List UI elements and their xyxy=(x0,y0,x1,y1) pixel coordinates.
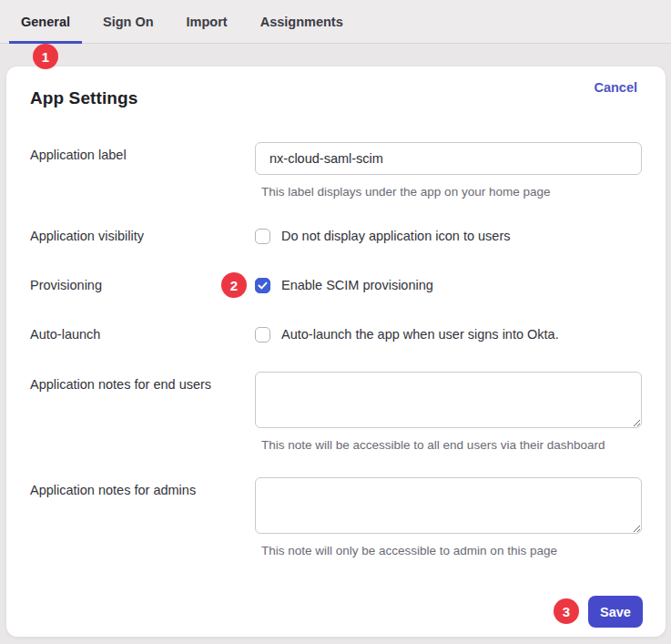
step-badge-1: 1 xyxy=(33,44,58,69)
notes-end-users-label: Application notes for end users xyxy=(30,372,255,393)
application-label-row: Application label xyxy=(30,142,642,175)
auto-launch-checkbox-label: Auto-launch the app when user signs into… xyxy=(281,327,559,342)
auto-launch-label: Auto-launch xyxy=(30,326,255,342)
notes-admins-textarea[interactable] xyxy=(255,477,642,534)
auto-launch-checkbox[interactable] xyxy=(255,327,270,342)
step-badge-2: 2 xyxy=(221,272,247,298)
notes-admins-row: Application notes for admins xyxy=(30,477,642,534)
check-icon xyxy=(258,281,268,290)
tab-general-label: General xyxy=(21,15,70,29)
notes-end-users-helper: This note will be accessible to all end … xyxy=(261,438,605,452)
save-button[interactable]: Save xyxy=(588,596,643,628)
tab-import[interactable]: Import xyxy=(175,0,239,43)
tab-bar: General Sign On Import Assignments xyxy=(0,0,671,44)
application-label-helper: This label displays under the app on you… xyxy=(261,185,550,199)
application-visibility-checkbox[interactable] xyxy=(255,229,270,244)
application-visibility-checkbox-label: Do not display application icon to users xyxy=(281,229,510,243)
notes-end-users-row: Application notes for end users xyxy=(30,372,642,428)
provisioning-checkbox[interactable] xyxy=(255,278,270,293)
notes-end-users-textarea[interactable] xyxy=(255,372,642,428)
app-settings-card: App Settings Cancel Application label Th… xyxy=(6,66,666,637)
tab-general[interactable]: General xyxy=(9,0,82,43)
cancel-link[interactable]: Cancel xyxy=(594,80,637,95)
tab-import-label: Import xyxy=(187,15,228,29)
step-badge-3: 3 xyxy=(554,598,579,624)
tab-assignments[interactable]: Assignments xyxy=(249,0,355,43)
application-label-input[interactable] xyxy=(255,142,642,175)
tab-sign-on[interactable]: Sign On xyxy=(91,0,166,43)
tab-sign-on-label: Sign On xyxy=(103,15,154,29)
application-visibility-label: Application visibility xyxy=(30,228,255,244)
application-visibility-row: Application visibility Do not display ap… xyxy=(30,228,642,244)
provisioning-row: Provisioning Enable SCIM provisioning xyxy=(30,277,642,293)
notes-admins-label: Application notes for admins xyxy=(30,477,255,498)
notes-admins-helper: This note will only be accessible to adm… xyxy=(261,544,557,557)
page-title: App Settings xyxy=(30,88,137,108)
application-label-label: Application label xyxy=(30,142,255,163)
provisioning-checkbox-label: Enable SCIM provisioning xyxy=(281,278,433,292)
auto-launch-row: Auto-launch Auto-launch the app when use… xyxy=(30,326,642,342)
tab-assignments-label: Assignments xyxy=(260,15,343,29)
